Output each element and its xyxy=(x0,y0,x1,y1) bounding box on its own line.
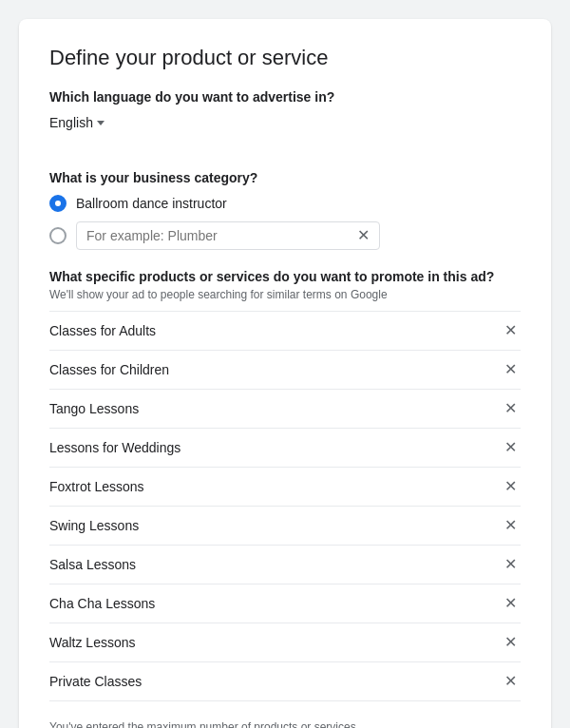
page-title: Define your product or service xyxy=(49,46,521,70)
radio-selected-label: Ballroom dance instructor xyxy=(76,196,227,211)
service-item-label: Tango Lessons xyxy=(49,401,139,416)
service-item: Classes for Adults ✕ xyxy=(49,312,521,351)
services-section: What specific products or services do yo… xyxy=(49,269,521,701)
service-item-label: Classes for Children xyxy=(49,362,169,377)
remove-service-button[interactable]: ✕ xyxy=(501,555,521,574)
service-item-label: Private Classes xyxy=(49,674,142,689)
radio-empty-icon xyxy=(49,227,66,244)
remove-service-button[interactable]: ✕ xyxy=(501,360,521,379)
radio-item-empty[interactable]: ✕ xyxy=(49,221,521,250)
category-input-row: ✕ xyxy=(76,221,380,250)
remove-service-button[interactable]: ✕ xyxy=(501,516,521,535)
language-question: Which language do you want to advertise … xyxy=(49,89,521,105)
service-item-label: Foxtrot Lessons xyxy=(49,479,144,494)
service-item: Foxtrot Lessons ✕ xyxy=(49,468,521,507)
service-item: Waltz Lessons ✕ xyxy=(49,623,521,662)
business-category-section: What is your business category? Ballroom… xyxy=(49,170,521,250)
service-item: Private Classes ✕ xyxy=(49,662,521,701)
clear-icon[interactable]: ✕ xyxy=(357,228,370,243)
service-item: Swing Lessons ✕ xyxy=(49,507,521,546)
language-dropdown[interactable]: English xyxy=(49,115,104,130)
service-item-label: Lessons for Weddings xyxy=(49,440,180,455)
radio-group: Ballroom dance instructor ✕ xyxy=(49,195,521,250)
services-subtext: We'll show your ad to people searching f… xyxy=(49,288,521,301)
service-item: Classes for Children ✕ xyxy=(49,351,521,390)
max-notice: You've entered the maximum number of pro… xyxy=(49,720,521,728)
remove-service-button[interactable]: ✕ xyxy=(501,477,521,496)
remove-service-button[interactable]: ✕ xyxy=(501,594,521,613)
service-item-label: Salsa Lessons xyxy=(49,557,136,572)
service-item-label: Classes for Adults xyxy=(49,323,156,338)
service-item: Cha Cha Lessons ✕ xyxy=(49,584,521,623)
language-section: Which language do you want to advertise … xyxy=(49,89,521,151)
service-item-label: Waltz Lessons xyxy=(49,635,136,650)
remove-service-button[interactable]: ✕ xyxy=(501,672,521,691)
remove-service-button[interactable]: ✕ xyxy=(501,438,521,457)
category-input[interactable] xyxy=(86,228,357,243)
remove-service-button[interactable]: ✕ xyxy=(501,321,521,340)
radio-item-selected[interactable]: Ballroom dance instructor xyxy=(49,195,521,212)
service-item: Salsa Lessons ✕ xyxy=(49,546,521,584)
main-card: Define your product or service Which lan… xyxy=(19,19,551,728)
service-item: Lessons for Weddings ✕ xyxy=(49,429,521,468)
services-question: What specific products or services do yo… xyxy=(49,269,521,284)
business-question: What is your business category? xyxy=(49,170,521,185)
language-value: English xyxy=(49,115,93,130)
remove-service-button[interactable]: ✕ xyxy=(501,399,521,418)
service-item: Tango Lessons ✕ xyxy=(49,390,521,429)
chevron-down-icon xyxy=(97,121,104,125)
service-list: Classes for Adults ✕ Classes for Childre… xyxy=(49,311,521,701)
service-item-label: Cha Cha Lessons xyxy=(49,596,155,611)
radio-selected-icon xyxy=(49,195,66,212)
service-item-label: Swing Lessons xyxy=(49,518,139,533)
remove-service-button[interactable]: ✕ xyxy=(501,633,521,652)
